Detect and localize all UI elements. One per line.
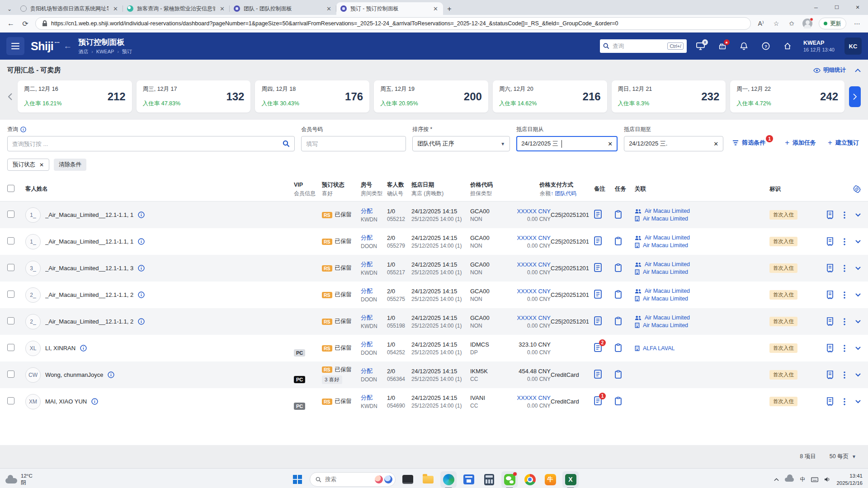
guest-name[interactable]: _Air_Macau_Limited__12.1-1.1, 3	[45, 265, 133, 272]
back-button[interactable]: ←	[6, 19, 15, 28]
property-info[interactable]: KWEAP 16 12月 13:40	[803, 39, 835, 53]
browser-update-button[interactable]: 更新	[819, 18, 846, 29]
guest-info-icon[interactable]	[138, 291, 145, 298]
task-clipboard-icon[interactable]	[615, 263, 622, 272]
table-row[interactable]: 2_ _Air_Macau_Limited__12.1-1.1, 2 RS已保留…	[0, 282, 868, 308]
guest-info-icon[interactable]	[138, 238, 145, 245]
page-size-select[interactable]: 50 每页 ▼	[830, 453, 856, 460]
cashier-icon[interactable]: 🔒︎	[715, 39, 730, 54]
table-settings-gear-icon[interactable]	[811, 185, 861, 193]
room-assign-link[interactable]: 分配	[361, 340, 387, 348]
price-value[interactable]: 323.10 CNY	[513, 341, 551, 348]
linked-profile[interactable]: Air Macau Limited	[635, 314, 769, 321]
breadcrumb-property[interactable]: KWEAP	[96, 48, 114, 55]
favorite-star-icon[interactable]: ☆	[772, 20, 781, 27]
onedrive-cloud-icon[interactable]	[785, 478, 794, 482]
room-assign-link[interactable]: 分配	[361, 367, 387, 375]
refresh-button[interactable]: ⟳	[21, 19, 30, 28]
table-row[interactable]: 1_ _Air_Macau_Limited__12.1-1.1, 1 RS已保留…	[0, 228, 868, 255]
search-submit-icon[interactable]	[283, 140, 290, 147]
linked-profile[interactable]: ALFA LAVAL	[635, 345, 769, 352]
guest-name[interactable]: _Air_Macau_Limited__12.1-1.1, 2	[45, 318, 133, 325]
browser-tab[interactable]: 团队 - 团队控制面板 ✕	[230, 2, 336, 15]
breadcrumb-reservations[interactable]: 预订	[122, 48, 132, 55]
clear-from-icon[interactable]: ✕	[608, 141, 613, 147]
guest-info-icon[interactable]	[108, 371, 114, 378]
price-value[interactable]: XXXXX CNY	[513, 235, 551, 241]
row-checkbox[interactable]	[7, 397, 14, 404]
sort-by-group-code[interactable]: ↑ 团队代码	[551, 189, 594, 198]
row-menu-kebab-icon[interactable]	[844, 371, 845, 379]
taskbar-search-input[interactable]	[325, 476, 371, 483]
row-checkbox[interactable]	[7, 291, 14, 298]
table-row[interactable]: 3_ _Air_Macau_Limited__12.1-1.1, 3 RS已保留…	[0, 255, 868, 282]
task-clipboard-icon[interactable]	[615, 317, 622, 325]
cards-prev-icon[interactable]	[7, 93, 13, 100]
price-value[interactable]: 454.48 CNY	[513, 368, 551, 375]
row-checkbox[interactable]	[7, 317, 14, 324]
start-button[interactable]	[289, 471, 306, 488]
volume-icon[interactable]	[824, 477, 830, 482]
browser-tab[interactable]: 预订 - 预订控制面板 ✕	[336, 2, 443, 15]
room-assign-link[interactable]: 分配	[361, 234, 387, 242]
price-value[interactable]: XXXXX CNY	[513, 394, 551, 401]
window-minimize-button[interactable]: ─	[806, 0, 826, 15]
terminal-app-icon[interactable]	[400, 471, 416, 488]
availability-card[interactable]: 周一, 12月 22 入住率 4.72% 242	[730, 80, 844, 113]
row-menu-kebab-icon[interactable]	[844, 211, 845, 219]
linked-profile[interactable]: Air Macau Limited	[635, 242, 769, 249]
registration-card-icon[interactable]	[826, 237, 834, 246]
arrival-from-input[interactable]: 24/12/2025 三 ✕	[516, 136, 618, 151]
note-icon[interactable]	[594, 316, 602, 325]
tab-search-icon[interactable]: ⌄	[3, 3, 16, 15]
task-clipboard-icon[interactable]	[615, 343, 622, 352]
user-avatar[interactable]: KC	[844, 38, 862, 55]
price-value[interactable]: XXXXX CNY	[513, 261, 551, 268]
row-menu-kebab-icon[interactable]	[844, 318, 845, 325]
guest-info-icon[interactable]	[138, 318, 145, 325]
futu-app-icon[interactable]: 牛	[542, 471, 558, 488]
row-menu-kebab-icon[interactable]	[844, 345, 845, 352]
col-guest-name[interactable]: 客人姓名	[25, 185, 294, 193]
linked-profile[interactable]: Air Macau Limited	[635, 269, 769, 275]
home-icon[interactable]	[780, 39, 795, 54]
registration-card-icon[interactable]	[826, 317, 834, 326]
row-menu-kebab-icon[interactable]	[844, 398, 845, 405]
expand-row-chevron-icon[interactable]	[855, 400, 861, 404]
tab-close-icon[interactable]: ✕	[326, 5, 332, 12]
task-clipboard-icon[interactable]	[615, 397, 622, 405]
availability-card[interactable]: 周日, 12月 21 入住率 8.3% 232	[612, 80, 726, 113]
status-filter-chip[interactable]: 预订状态✕	[7, 159, 49, 171]
registration-card-icon[interactable]	[826, 211, 834, 219]
tab-close-icon[interactable]: ✕	[219, 5, 226, 12]
global-search[interactable]: Ctrl+/	[600, 39, 687, 53]
row-checkbox[interactable]	[7, 264, 14, 271]
guest-name[interactable]: _Air_Macau_Limited__12.1-1.1, 1	[45, 211, 133, 218]
linked-profile[interactable]: Air Macau Limited	[635, 235, 769, 241]
file-explorer-icon[interactable]	[420, 471, 436, 488]
expand-row-chevron-icon[interactable]	[855, 347, 861, 350]
table-row[interactable]: 1_ _Air_Macau_Limited__12.1-1.1, 1 RS已保留…	[0, 202, 868, 228]
registration-card-icon[interactable]	[826, 397, 834, 406]
row-checkbox[interactable]	[7, 371, 14, 378]
page-back-icon[interactable]: ←	[63, 41, 72, 51]
preferences-chip[interactable]: 3 喜好	[322, 375, 342, 384]
price-value[interactable]: XXXXX CNY	[513, 314, 551, 321]
guest-info-icon[interactable]	[138, 211, 145, 218]
wechat-app-icon[interactable]	[501, 471, 518, 488]
read-aloud-icon[interactable]: A⁾	[756, 20, 765, 27]
query-input[interactable]	[12, 141, 280, 147]
row-checkbox[interactable]	[7, 211, 14, 218]
room-assign-link[interactable]: 分配	[361, 287, 387, 295]
arrival-to-input[interactable]: 24/12/2025 三. ✕	[624, 136, 723, 151]
room-assign-link[interactable]: 分配	[361, 260, 387, 268]
favorites-bar-icon[interactable]: ✩	[787, 20, 796, 27]
global-search-input[interactable]	[613, 43, 665, 49]
room-assign-link[interactable]: 分配	[361, 207, 387, 215]
linked-profile[interactable]: Air Macau Limited	[635, 296, 769, 302]
browser-profile-avatar[interactable]	[802, 19, 812, 28]
availability-card[interactable]: 周五, 12月 19 入住率 20.95% 200	[374, 80, 488, 113]
row-menu-kebab-icon[interactable]	[844, 291, 845, 299]
store-app-icon[interactable]	[461, 471, 477, 488]
breadcrumb-hotel[interactable]: 酒店	[78, 48, 88, 55]
